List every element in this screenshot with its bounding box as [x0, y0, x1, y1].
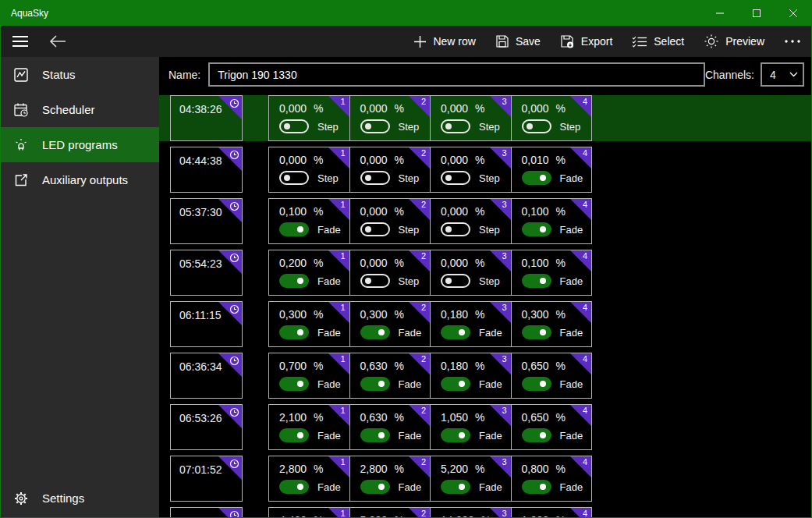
mode-toggle[interactable] — [522, 119, 551, 133]
channel-cell[interactable]: 0,000 % Step 3 — [430, 147, 511, 192]
mode-toggle[interactable] — [360, 222, 390, 236]
sidebar-item-status[interactable]: Status — [1, 57, 159, 92]
time-cell[interactable]: 07:10:18 — [170, 507, 243, 517]
mode-toggle[interactable] — [360, 377, 390, 391]
channel-cell[interactable]: 1,050 % Fade 3 — [430, 405, 511, 449]
channel-cell[interactable]: 0,630 % Fade 2 — [349, 405, 431, 449]
mode-toggle[interactable] — [279, 119, 309, 133]
mode-toggle[interactable] — [279, 171, 309, 185]
mode-toggle[interactable] — [360, 171, 390, 185]
mode-toggle[interactable] — [360, 119, 390, 133]
channel-cell[interactable]: 0,010 % Fade 4 — [511, 147, 592, 192]
mode-toggle[interactable] — [279, 274, 309, 288]
channel-cell[interactable]: 0,100 % Fade 4 — [511, 199, 592, 243]
mode-toggle[interactable] — [279, 480, 309, 494]
channel-cell[interactable]: 5,200 % Fade 2 — [349, 508, 431, 517]
channel-cell[interactable]: 14,000 % Fade 3 — [430, 508, 511, 517]
channel-cell[interactable]: 2,800 % Fade 1 — [269, 456, 349, 501]
channel-cell[interactable]: 2,800 % Fade 2 — [349, 456, 431, 501]
time-cell[interactable]: 05:37:30 — [170, 198, 243, 244]
program-row[interactable]: 05:54:23 0,200 % Fade 1 — [159, 250, 811, 296]
channels-dropdown[interactable]: 4 — [761, 62, 804, 87]
channel-cell[interactable]: 0,300 % Fade 1 — [269, 302, 349, 346]
mode-toggle[interactable] — [441, 377, 470, 391]
time-cell[interactable]: 06:11:15 — [170, 301, 243, 347]
back-button[interactable] — [44, 28, 71, 55]
channel-cell[interactable]: 0,180 % Fade 3 — [430, 302, 511, 346]
sidebar-item-settings[interactable]: Settings — [1, 481, 159, 516]
more-button[interactable] — [785, 40, 800, 43]
preview-button[interactable]: Preview — [704, 34, 764, 48]
program-row[interactable]: 07:10:18 4,400 % Fade 1 — [159, 507, 811, 517]
program-row[interactable]: 06:11:15 0,300 % Fade 1 — [159, 301, 811, 347]
sidebar-item-auxiliary-outputs[interactable]: Auxiliary outputs — [1, 162, 159, 197]
program-row[interactable]: 04:38:26 0,000 % Step 1 — [159, 95, 811, 141]
channel-cell[interactable]: 0,000 % Step 2 — [349, 147, 431, 192]
mode-toggle[interactable] — [441, 480, 470, 494]
channel-cell[interactable]: 0,000 % Step 4 — [511, 96, 592, 140]
channel-cell[interactable]: 0,300 % Fade 2 — [349, 302, 431, 346]
time-cell[interactable]: 04:44:38 — [170, 147, 243, 193]
new-row-button[interactable]: New row — [414, 35, 475, 48]
mode-toggle[interactable] — [522, 480, 551, 494]
channel-cell[interactable]: 0,700 % Fade 1 — [269, 353, 349, 398]
channel-cell[interactable]: 4,400 % Fade 1 — [269, 508, 349, 517]
minimize-button[interactable] — [701, 1, 738, 26]
channel-cell[interactable]: 0,000 % Step 3 — [430, 199, 511, 243]
channel-cell[interactable]: 0,630 % Fade 2 — [349, 353, 431, 398]
channel-cell[interactable]: 0,000 % Step 1 — [269, 147, 349, 192]
time-cell[interactable]: 06:53:26 — [170, 404, 243, 450]
sidebar-item-scheduler[interactable]: Scheduler — [1, 92, 159, 127]
channel-cell[interactable]: 0,000 % Step 2 — [349, 199, 431, 243]
channel-cell[interactable]: 5,200 % Fade 3 — [430, 456, 511, 501]
program-row[interactable]: 06:53:26 2,100 % Fade 1 — [159, 404, 811, 450]
mode-toggle[interactable] — [441, 274, 470, 288]
channel-cell[interactable]: 0,650 % Fade 4 — [511, 405, 592, 449]
mode-toggle[interactable] — [522, 274, 551, 288]
channel-cell[interactable]: 0,100 % Fade 1 — [269, 199, 349, 243]
program-row[interactable]: 04:44:38 0,000 % Step 1 — [159, 147, 811, 193]
maximize-button[interactable] — [738, 1, 775, 26]
channel-cell[interactable]: 0,000 % Step 2 — [349, 250, 431, 295]
mode-toggle[interactable] — [360, 325, 390, 339]
time-cell[interactable]: 06:36:34 — [170, 353, 243, 399]
channel-cell[interactable]: 0,200 % Fade 1 — [269, 250, 349, 295]
program-name-input[interactable] — [208, 62, 705, 87]
channel-cell[interactable]: 0,000 % Step 2 — [349, 96, 431, 140]
mode-toggle[interactable] — [360, 428, 390, 442]
mode-toggle[interactable] — [522, 222, 551, 236]
mode-toggle[interactable] — [279, 325, 309, 339]
mode-toggle[interactable] — [279, 428, 309, 442]
mode-toggle[interactable] — [522, 428, 551, 442]
channel-cell[interactable]: 0,000 % Step 1 — [269, 96, 349, 140]
channel-cell[interactable]: 0,100 % Fade 4 — [511, 250, 592, 295]
mode-toggle[interactable] — [522, 171, 551, 185]
channel-cell[interactable]: 2,100 % Fade 1 — [269, 405, 349, 449]
mode-toggle[interactable] — [279, 222, 309, 236]
program-row[interactable]: 05:37:30 0,100 % Fade 1 — [159, 198, 811, 244]
mode-toggle[interactable] — [360, 480, 390, 494]
channel-cell[interactable]: 0,000 % Step 3 — [430, 96, 511, 140]
mode-toggle[interactable] — [522, 325, 551, 339]
program-row[interactable]: 06:36:34 0,700 % Fade 1 — [159, 353, 811, 399]
program-row[interactable]: 07:01:52 2,800 % Fade 1 — [159, 456, 811, 502]
mode-toggle[interactable] — [441, 428, 470, 442]
channel-cell[interactable]: 0,300 % Fade 4 — [511, 302, 592, 346]
time-cell[interactable]: 04:38:26 — [170, 95, 243, 141]
channel-cell[interactable]: 0,650 % Fade 4 — [511, 353, 592, 398]
mode-toggle[interactable] — [441, 222, 470, 236]
close-button[interactable] — [775, 1, 811, 26]
mode-toggle[interactable] — [441, 171, 470, 185]
select-button[interactable]: Select — [633, 35, 684, 48]
time-cell[interactable]: 07:01:52 — [170, 456, 243, 502]
mode-toggle[interactable] — [441, 325, 470, 339]
channel-cell[interactable]: 0,180 % Fade 3 — [430, 353, 511, 398]
export-button[interactable]: Export — [561, 35, 612, 48]
save-button[interactable]: Save — [496, 35, 541, 48]
mode-toggle[interactable] — [279, 377, 309, 391]
mode-toggle[interactable] — [441, 119, 470, 133]
channel-cell[interactable]: 1,000 % Fade 4 — [511, 508, 592, 517]
time-cell[interactable]: 05:54:23 — [170, 250, 243, 296]
channel-cell[interactable]: 0,800 % Fade 4 — [511, 456, 592, 501]
channel-cell[interactable]: 0,000 % Step 3 — [430, 250, 511, 295]
